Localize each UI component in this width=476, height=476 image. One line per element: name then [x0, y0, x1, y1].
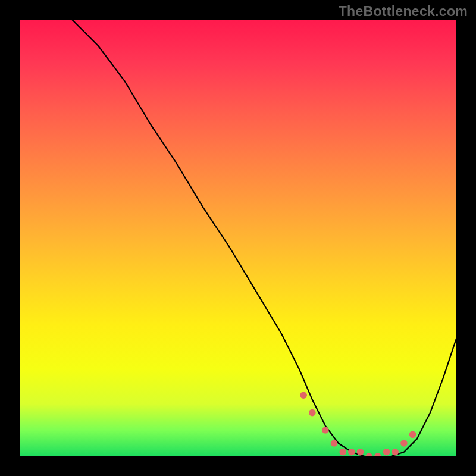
marker-dot: [374, 453, 381, 456]
marker-dot: [383, 449, 390, 456]
marker-dot: [331, 440, 338, 447]
marker-dot: [365, 453, 372, 456]
chart-frame: TheBottleneck.com: [0, 0, 476, 476]
marker-dot: [357, 449, 364, 456]
marker-dot: [300, 392, 307, 399]
watermark-text: TheBottleneck.com: [339, 4, 468, 20]
marker-dot: [409, 431, 416, 439]
plot-area: [20, 20, 456, 456]
bottleneck-curve: [72, 20, 456, 456]
marker-dot: [339, 449, 346, 456]
marker-dot: [322, 427, 329, 434]
marker-dot: [392, 449, 399, 456]
marker-dots: [300, 392, 416, 456]
marker-dot: [400, 440, 408, 447]
marker-dot: [309, 409, 316, 416]
chart-svg: [20, 20, 456, 456]
marker-dot: [348, 449, 355, 456]
